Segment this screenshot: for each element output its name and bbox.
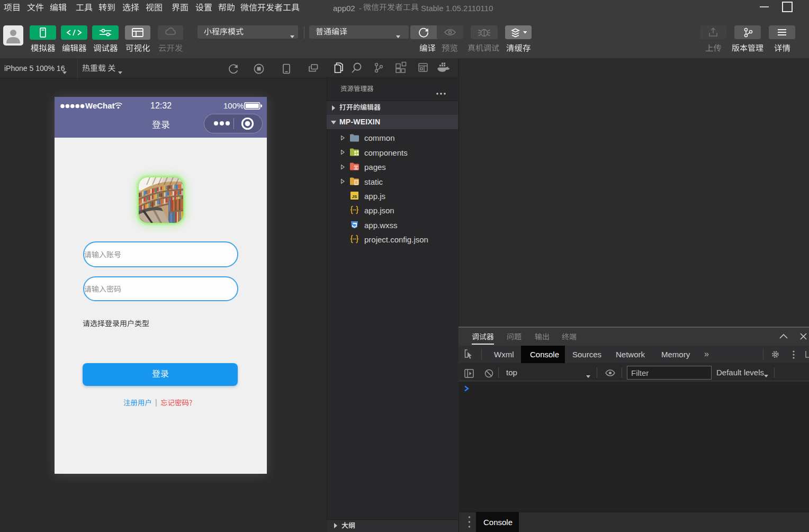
svg-text:JS: JS <box>352 194 357 199</box>
